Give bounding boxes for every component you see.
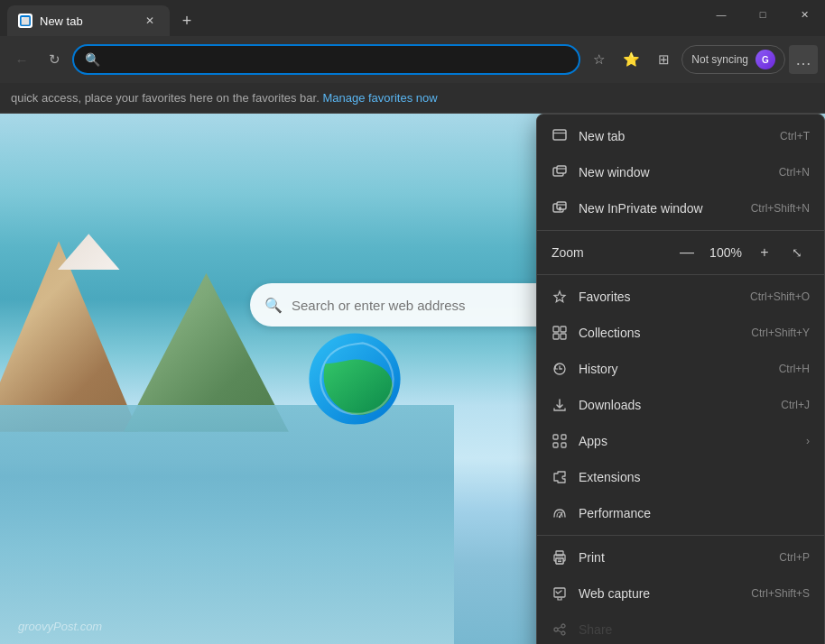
dropdown-menu: New tab Ctrl+T New window Ctrl+N [536, 114, 825, 644]
new-window-shortcut: Ctrl+N [779, 166, 810, 179]
address-input[interactable] [107, 52, 568, 67]
sync-label: Not syncing [691, 53, 748, 66]
downloads-label: Downloads [579, 398, 770, 412]
favorites-shortcut: Ctrl+Shift+O [750, 290, 810, 303]
nav-bar: ← ↻ 🔍 ☆ ⭐ ⊞ Not syncing G … [0, 36, 825, 83]
new-tab-label: New tab [579, 129, 769, 143]
apps-arrow: › [806, 435, 810, 447]
new-tab-button[interactable]: + [173, 7, 200, 34]
favorites-star-button[interactable]: ☆ [584, 45, 613, 74]
inprivate-icon [552, 200, 568, 216]
menu-item-history[interactable]: History Ctrl+H [537, 351, 824, 387]
svg-rect-15 [561, 334, 566, 339]
print-label: Print [579, 550, 768, 565]
svg-rect-20 [561, 443, 566, 447]
menu-item-collections[interactable]: Collections Ctrl+Shift+Y [537, 315, 824, 351]
svg-rect-14 [553, 334, 559, 339]
active-tab[interactable]: ⬜ New tab ✕ [7, 5, 170, 36]
page-search-input[interactable] [292, 298, 561, 313]
zoom-out-button[interactable]: — [674, 240, 700, 265]
apps-icon [552, 433, 568, 449]
watermark: groovyPost.com [18, 620, 102, 633]
menu-item-downloads[interactable]: Downloads Ctrl+J [537, 387, 824, 423]
performance-icon [552, 505, 568, 521]
favorites-icon [552, 289, 568, 305]
menu-item-print[interactable]: Print Ctrl+P [537, 539, 824, 575]
extensions-label: Extensions [579, 470, 810, 484]
water-reflection [0, 405, 454, 644]
manage-favorites-link[interactable]: Manage favorites now [322, 91, 437, 105]
window-controls: — □ ✕ [700, 0, 825, 29]
search-icon: 🔍 [85, 52, 100, 67]
page-search-icon: 🔍 [264, 297, 283, 314]
sync-button[interactable]: Not syncing G [681, 45, 785, 74]
divider-2 [537, 274, 824, 275]
maximize-button[interactable]: □ [742, 0, 783, 29]
svg-rect-17 [553, 435, 558, 439]
new-tab-shortcut: Ctrl+T [780, 130, 810, 143]
history-label: History [579, 362, 768, 376]
new-tab-icon [552, 128, 568, 144]
history-icon [552, 361, 568, 377]
downloads-icon [552, 397, 568, 413]
menu-item-extensions[interactable]: Extensions [537, 459, 824, 495]
menu-item-new-window[interactable]: New window Ctrl+N [537, 154, 824, 190]
web-capture-label: Web capture [579, 586, 740, 601]
web-capture-shortcut: Ctrl+Shift+S [751, 587, 810, 600]
history-shortcut: Ctrl+H [779, 363, 810, 375]
tab-close-button[interactable]: ✕ [141, 12, 159, 30]
menu-button[interactable]: … [789, 45, 818, 74]
edge-logo [305, 329, 404, 428]
menu-item-new-tab[interactable]: New tab Ctrl+T [537, 118, 824, 154]
zoom-label: Zoom [552, 245, 667, 260]
favorites-bar-toggle[interactable]: ⭐ [616, 45, 645, 74]
new-window-icon [552, 164, 568, 180]
tab-favicon: ⬜ [18, 14, 32, 28]
divider-1 [537, 230, 824, 231]
svg-point-31 [554, 628, 558, 631]
svg-point-30 [561, 624, 565, 628]
svg-rect-11 [559, 209, 561, 211]
menu-item-performance[interactable]: Performance [537, 495, 824, 531]
menu-item-favorites[interactable]: Favorites Ctrl+Shift+O [537, 279, 824, 315]
svg-rect-3 [553, 130, 566, 140]
zoom-row: Zoom — 100% + ⤡ [537, 235, 824, 271]
menu-item-apps[interactable]: Apps › [537, 423, 824, 459]
svg-rect-19 [553, 443, 558, 447]
collections-toolbar-button[interactable]: ⊞ [649, 45, 678, 74]
collections-shortcut: Ctrl+Shift+Y [751, 327, 810, 339]
svg-rect-18 [561, 435, 566, 439]
svg-line-33 [558, 627, 561, 629]
menu-item-inprivate[interactable]: New InPrivate window Ctrl+Shift+N [537, 190, 824, 226]
address-bar[interactable]: 🔍 [72, 44, 580, 75]
close-button[interactable]: ✕ [783, 0, 825, 29]
collections-label: Collections [579, 326, 740, 340]
svg-text:⬜: ⬜ [21, 16, 30, 25]
inprivate-shortcut: Ctrl+Shift+N [751, 202, 810, 215]
page-search-bar[interactable]: 🔍 [250, 283, 575, 327]
downloads-shortcut: Ctrl+J [781, 399, 810, 411]
zoom-expand-button[interactable]: ⤡ [784, 240, 810, 265]
back-button[interactable]: ← [7, 45, 36, 74]
inprivate-label: New InPrivate window [579, 201, 740, 216]
zoom-in-button[interactable]: + [752, 240, 777, 265]
refresh-button[interactable]: ↻ [40, 45, 69, 74]
collections-icon [552, 325, 568, 341]
web-capture-icon [552, 585, 568, 602]
extensions-icon [552, 469, 568, 485]
zoom-value: 100% [707, 245, 745, 260]
new-window-label: New window [579, 165, 768, 179]
apps-label: Apps [579, 434, 784, 448]
menu-item-web-capture[interactable]: Web capture Ctrl+Shift+S [537, 575, 824, 612]
favorites-label: Favorites [579, 290, 739, 304]
performance-label: Performance [579, 506, 810, 520]
fav-bar-text: quick access, place your favorites here … [11, 91, 322, 105]
share-icon [552, 621, 568, 638]
mountain-snow [58, 234, 120, 270]
svg-line-34 [558, 630, 561, 632]
svg-rect-12 [553, 327, 559, 332]
minimize-button[interactable]: — [700, 0, 742, 29]
svg-point-32 [561, 631, 565, 635]
main-content: 🔍 groovyPost.com New tab Ctrl+T [0, 114, 825, 644]
title-bar: ⬜ New tab ✕ + — □ ✕ [0, 0, 825, 36]
